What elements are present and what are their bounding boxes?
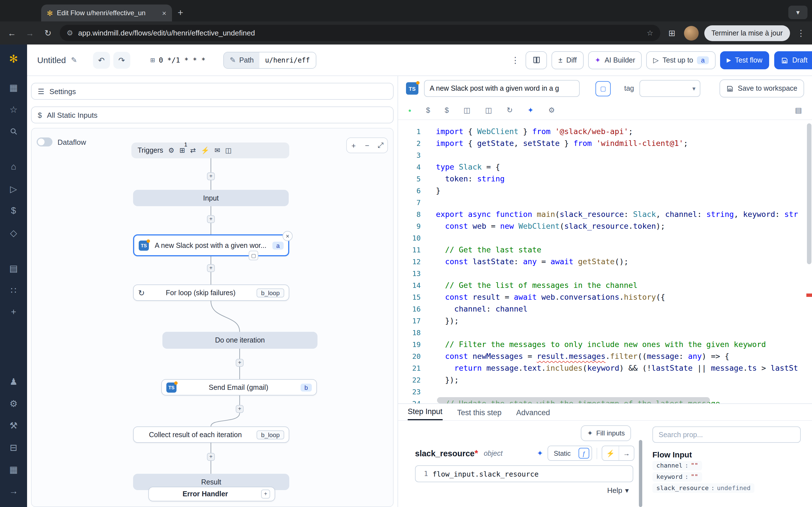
input-node[interactable]: Input (133, 190, 289, 206)
static-mode-button[interactable]: Static (548, 446, 576, 460)
search-icon[interactable] (9, 125, 18, 137)
ai-fill-icon[interactable]: ✦ (537, 449, 543, 457)
test-flow-button[interactable]: ▶ Test flow (720, 51, 769, 69)
tab-search-button[interactable]: ▾ (788, 6, 808, 19)
settings-bar[interactable]: ☰ Settings (31, 83, 394, 100)
fill-inputs-button[interactable]: ✦ Fill inputs (581, 425, 631, 441)
library-icon[interactable]: ▤ (795, 106, 802, 114)
tab-close-icon[interactable]: × (162, 9, 166, 17)
dataflow-toggle[interactable] (37, 137, 52, 147)
sidebar-expand-icon[interactable]: → (9, 485, 18, 497)
sidebar-item-settings[interactable]: ⚙ (10, 397, 18, 409)
websocket-trigger-icon[interactable]: ⚡ (201, 147, 209, 154)
docs-button[interactable] (526, 51, 547, 69)
triggers-node[interactable]: Triggers ⚙ ⊞1 ⇄ ⚡ ✉ ◫ (132, 143, 289, 158)
schedule-trigger-icon[interactable]: ⊞1 (179, 147, 185, 154)
insert-step-button[interactable]: + (207, 264, 215, 272)
flow-canvas[interactable]: Dataflow + − ⤢ Triggers ⚙ ⊞1 ⇄ ⚡ (31, 128, 394, 507)
back-icon[interactable]: ← (6, 28, 18, 38)
zoom-in-icon[interactable]: + (347, 141, 360, 150)
arrow-right-icon[interactable]: → (619, 446, 634, 460)
chevron-down-icon[interactable]: ▾ (625, 486, 629, 495)
extensions-icon[interactable]: ⊞ (666, 28, 678, 38)
static-inputs-bar[interactable]: $ All Static Inputs (31, 107, 394, 123)
code-editor[interactable]: 1import { WebClient } from '@slack/web-a… (398, 120, 812, 403)
step-summary-input[interactable] (424, 80, 580, 97)
insert-step-button[interactable]: + (207, 215, 215, 223)
path-control[interactable]: ✎ Path u/henri/eff (223, 52, 316, 68)
edit-title-icon[interactable]: ✎ (71, 56, 77, 64)
tag-select[interactable]: ▾ (640, 80, 701, 97)
sidebar-item-schedules[interactable]: ▤ (9, 262, 18, 274)
flow-input-prop[interactable]: keyword:"" (652, 472, 702, 482)
browser-tab[interactable]: ✻ Edit Flow u/henri/effective_un × (41, 4, 172, 21)
sidebar-add-button[interactable]: + (11, 306, 16, 318)
insert-step-button[interactable]: + (207, 453, 215, 461)
error-handler-node[interactable]: Error Handler + (148, 487, 275, 501)
profile-avatar[interactable] (684, 25, 698, 40)
undo-button[interactable]: ↶ (93, 52, 110, 68)
sidebar-item-workspaces[interactable]: ∷ (11, 284, 16, 296)
browser-update-button[interactable]: Terminer la mise à jour (704, 25, 790, 41)
route-trigger-icon[interactable]: ⇄ (190, 147, 196, 154)
send-email-node[interactable]: TS Send Email (gmail) b (161, 379, 317, 395)
insert-step-button[interactable]: + (236, 405, 244, 413)
browser-menu-icon[interactable]: ⋮ (796, 28, 806, 38)
zoom-out-icon[interactable]: − (360, 141, 374, 150)
ai-assistant-icon[interactable]: ✦ (527, 106, 534, 114)
webhook-trigger-icon[interactable]: ⚙ (168, 147, 174, 154)
test-up-to-button[interactable]: ▷ Test up to a (647, 51, 715, 69)
sidebar-item-resources[interactable]: ◇ (10, 226, 17, 239)
collect-result-node[interactable]: Collect result of each iteration b_loop (133, 427, 289, 443)
url-text[interactable]: app.windmill.dev/flows/edit/u/henri/effe… (78, 29, 642, 37)
flow-input-prop[interactable]: slack_resource:undefined (652, 483, 755, 493)
search-prop-input[interactable] (652, 427, 801, 443)
forward-icon[interactable]: → (24, 28, 36, 38)
windmill-logo-icon[interactable]: ✻ (9, 52, 18, 65)
sidebar-item-folders[interactable]: ⊟ (10, 441, 17, 453)
save-to-workspace-button[interactable]: Save to workspace (720, 79, 804, 98)
input-expression-editor[interactable]: 1 flow_input.slack_resource (415, 465, 633, 482)
insert-step-button[interactable]: + (207, 172, 215, 180)
help-label[interactable]: Help (607, 486, 622, 495)
more-actions-icon[interactable]: ⋮ (509, 55, 521, 65)
dependencies-icon[interactable]: ◫ (485, 106, 492, 114)
tab-advanced[interactable]: Advanced (516, 408, 550, 420)
draft-button[interactable]: Draft (774, 51, 812, 69)
address-bar[interactable]: ⚙ app.windmill.dev/flows/edit/u/henri/ef… (60, 25, 660, 41)
email-trigger-icon[interactable]: ✉ (214, 147, 220, 154)
section-scrollbar[interactable] (639, 440, 642, 507)
sidebar-item-favorites[interactable]: ☆ (10, 103, 18, 115)
scrollbar-thumb[interactable] (639, 440, 642, 507)
sidebar-item-user[interactable]: ♟ (10, 375, 18, 388)
schedule-summary[interactable]: ⊞ 0 */1 * * * (151, 56, 206, 64)
insert-step-button[interactable]: + (236, 359, 244, 367)
reload-icon[interactable]: ↻ (42, 28, 54, 38)
variables-icon[interactable]: $ (426, 106, 430, 114)
tab-step-input[interactable]: Step Input (408, 407, 442, 420)
workspace-script-icon[interactable]: ▢ (596, 81, 611, 96)
bookmark-star-icon[interactable]: ☆ (647, 29, 653, 37)
flow-input-prop[interactable]: channel:"" (652, 461, 702, 470)
sidebar-item-groups[interactable]: ▦ (9, 463, 18, 475)
horizontal-scrollbar[interactable] (437, 397, 710, 403)
scrollbar-thumb[interactable] (807, 123, 811, 264)
ai-builder-button[interactable]: ✦ AI Builder (588, 51, 642, 69)
do-one-iteration-node[interactable]: Do one iteration (162, 332, 317, 349)
sidebar-item-workers[interactable]: ⚒ (10, 419, 18, 432)
site-info-icon[interactable]: ⚙ (66, 29, 73, 37)
tab-test-this-step[interactable]: Test this step (457, 408, 502, 420)
flow-title[interactable]: Untitled (37, 55, 66, 65)
sidebar-item-runs[interactable]: ▷ (10, 182, 17, 195)
package-icon[interactable]: ◫ (463, 106, 470, 114)
vertical-scrollbar[interactable] (806, 120, 812, 403)
forloop-node[interactable]: ↻ For loop (skip failures) b_loop (133, 284, 289, 301)
plug-icon[interactable]: ⚡ (602, 446, 619, 460)
add-error-handler-icon[interactable]: + (261, 490, 270, 499)
app-trigger-icon[interactable]: ◫ (225, 147, 232, 154)
diff-button[interactable]: ± Diff (552, 51, 583, 69)
path-edit-button[interactable]: ✎ Path (224, 52, 259, 68)
slack-step-node[interactable]: TS A new Slack post with a given wor... … (133, 234, 289, 256)
step-options-icon[interactable]: ▢ (249, 251, 258, 260)
reset-icon[interactable]: ↻ (507, 106, 513, 114)
